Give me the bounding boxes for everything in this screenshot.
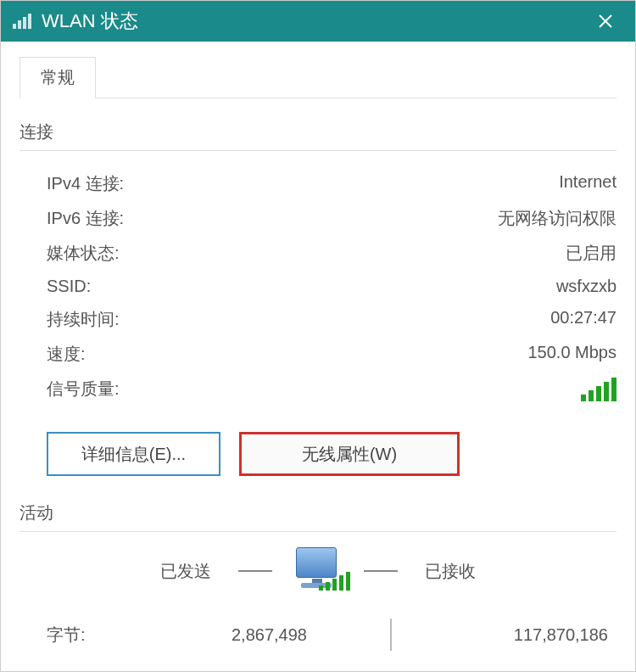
content-area: 常规 连接 IPv4 连接: Internet IPv6 连接: 无网络访问权限… — [1, 42, 635, 671]
connection-section-label: 连接 — [20, 120, 616, 143]
details-button[interactable]: 详细信息(E)... — [47, 432, 220, 476]
close-button[interactable] — [588, 1, 623, 42]
media-label: 媒体状态: — [47, 242, 120, 265]
details-button-label: 详细信息(E)... — [81, 443, 186, 466]
media-value: 已启用 — [566, 242, 616, 265]
bytes-label: 字节: — [47, 624, 174, 647]
ipv6-row: IPv6 连接: 无网络访问权限 — [47, 201, 616, 236]
speed-label: 速度: — [47, 343, 86, 366]
ipv4-row: IPv4 连接: Internet — [47, 166, 616, 201]
activity-section-label: 活动 — [20, 501, 616, 524]
line-icon — [364, 570, 398, 572]
close-icon — [598, 14, 613, 29]
bytes-sent-value: 2,867,498 — [174, 625, 365, 645]
connection-details: IPv4 连接: Internet IPv6 连接: 无网络访问权限 媒体状态:… — [20, 166, 616, 412]
window-title: WLAN 状态 — [42, 8, 138, 34]
duration-value: 00:27:47 — [550, 308, 616, 331]
speed-value: 150.0 Mbps — [527, 343, 616, 366]
divider — [20, 531, 616, 532]
duration-label: 持续时间: — [47, 308, 120, 331]
divider — [20, 150, 616, 151]
signal-label: 信号质量: — [47, 378, 120, 406]
button-row: 详细信息(E)... 无线属性(W) — [20, 432, 616, 476]
ssid-row: SSID: wsfxzxb — [47, 271, 616, 302]
ipv6-value: 无网络访问权限 — [498, 207, 616, 230]
wireless-button-label: 无线属性(W) — [302, 443, 397, 466]
speed-row: 速度: 150.0 Mbps — [47, 337, 616, 372]
bytes-received-value: 117,870,186 — [417, 625, 616, 645]
wireless-properties-button[interactable]: 无线属性(W) — [239, 432, 460, 476]
ssid-label: SSID: — [47, 277, 91, 296]
signal-quality-icon — [581, 378, 616, 406]
bytes-row: 字节: 2,867,498 117,870,186 — [20, 619, 616, 651]
received-label: 已接收 — [416, 560, 484, 583]
signal-bars-icon — [581, 378, 616, 401]
wlan-status-window: WLAN 状态 常规 连接 IPv4 连接: Internet IPv6 连接:… — [0, 0, 636, 672]
separator-icon — [390, 619, 392, 651]
ipv4-label: IPv4 连接: — [47, 172, 124, 195]
ipv4-value: Internet — [559, 172, 616, 195]
tab-general[interactable]: 常规 — [20, 57, 96, 98]
tab-bar: 常规 — [20, 57, 616, 98]
ipv6-label: IPv6 连接: — [47, 207, 124, 230]
media-row: 媒体状态: 已启用 — [47, 236, 616, 271]
line-icon — [238, 570, 272, 572]
wifi-icon — [13, 14, 31, 29]
sent-label: 已发送 — [152, 560, 220, 583]
signal-row: 信号质量: — [47, 372, 616, 412]
activity-visual-row: 已发送 已接收 — [20, 547, 616, 595]
duration-row: 持续时间: 00:27:47 — [47, 302, 616, 337]
ssid-value: wsfxzxb — [556, 277, 616, 296]
titlebar: WLAN 状态 — [1, 1, 635, 42]
computer-icon — [291, 547, 345, 595]
